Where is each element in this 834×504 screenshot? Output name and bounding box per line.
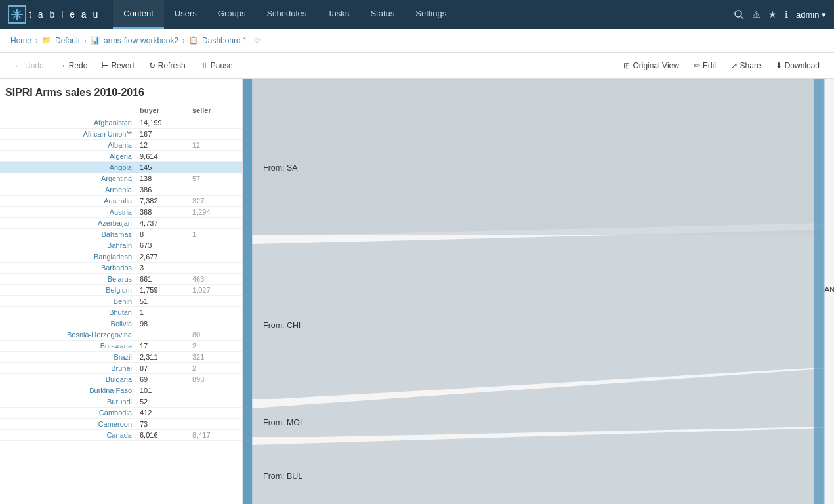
breadcrumb-star-icon[interactable]: ☆ <box>254 36 261 45</box>
revert-button[interactable]: ⊢ Revert <box>95 58 140 73</box>
nav-status[interactable]: Status <box>360 0 405 29</box>
original-view-button[interactable]: ⊞ Original View <box>617 58 685 73</box>
cell-buyer: 17 <box>137 342 190 350</box>
table-row[interactable]: Armenia386 <box>0 184 242 196</box>
cell-buyer: 1,759 <box>137 286 190 294</box>
nav-settings[interactable]: Settings <box>405 0 457 29</box>
table-row[interactable]: Canada6,0168,417 <box>0 430 242 441</box>
table-row[interactable]: Barbados3 <box>0 262 242 274</box>
nav-users[interactable]: Users <box>164 0 207 29</box>
cell-seller: 1,294 <box>190 208 242 216</box>
cell-seller <box>190 253 242 261</box>
share-label: Share <box>740 61 761 70</box>
cell-country: Cambodia <box>0 409 137 417</box>
table-row[interactable]: Albania1212 <box>0 140 242 151</box>
table-header: buyer seller <box>0 104 242 117</box>
cell-seller <box>190 387 242 394</box>
pause-icon: ⏸ <box>200 61 208 70</box>
breadcrumb-home[interactable]: Home <box>10 36 31 45</box>
download-button[interactable]: ⬇ Download <box>769 58 826 73</box>
nav-schedules[interactable]: Schedules <box>256 0 317 29</box>
cell-seller <box>190 130 242 138</box>
cell-country: Belarus <box>0 275 137 283</box>
cell-seller <box>190 264 242 272</box>
cell-country: Bulgaria <box>0 375 137 383</box>
share-button[interactable]: ↗ Share <box>724 58 768 73</box>
table-row[interactable]: Burundi52 <box>0 396 242 408</box>
cell-country: Belgium <box>0 286 137 294</box>
edit-icon: ✏ <box>694 61 700 70</box>
nav-tasks[interactable]: Tasks <box>317 0 360 29</box>
redo-label: Redo <box>69 61 88 70</box>
logo-icon <box>8 5 26 24</box>
cell-buyer: 8 <box>137 230 190 238</box>
cell-seller <box>190 320 242 327</box>
table-row[interactable]: Bolivia98 <box>0 318 242 329</box>
table-row[interactable]: Bhutan1 <box>0 307 242 318</box>
undo-icon: ← <box>14 61 22 70</box>
cell-buyer: 7,382 <box>137 197 190 205</box>
table-row[interactable]: African Union**167 <box>0 129 242 140</box>
cell-buyer: 2,677 <box>137 253 190 261</box>
table-row[interactable]: Benin51 <box>0 296 242 307</box>
table-row[interactable]: Bahrain673 <box>0 240 242 251</box>
toolbar: ← Undo → Redo ⊢ Revert ↻ Refresh ⏸ Pause… <box>0 52 834 79</box>
table-row[interactable]: Belarus661463 <box>0 274 242 285</box>
breadcrumb: Home › 📁 Default › 📊 arms-flow-workbook2… <box>0 29 834 52</box>
refresh-icon: ↻ <box>149 61 156 70</box>
breadcrumb-workbook[interactable]: arms-flow-workbook2 <box>104 36 178 45</box>
cell-country: Bosnia-Herzegovina <box>0 331 137 339</box>
table-row[interactable]: Austria3681,294 <box>0 207 242 218</box>
alert-icon[interactable]: ⚠ <box>752 9 761 20</box>
refresh-button[interactable]: ↻ Refresh <box>142 58 192 73</box>
breadcrumb-default[interactable]: Default <box>55 36 80 45</box>
edit-button[interactable]: ✏ Edit <box>687 58 723 73</box>
table-row[interactable]: Cameroon73 <box>0 419 242 430</box>
info-icon[interactable]: ℹ <box>785 9 788 20</box>
refresh-label: Refresh <box>158 61 186 70</box>
table-row[interactable]: Algeria9,614 <box>0 151 242 162</box>
favorite-icon[interactable]: ★ <box>768 9 777 20</box>
table-row[interactable]: Angola145 <box>0 162 242 173</box>
cell-country: Bolivia <box>0 320 137 327</box>
svg-rect-17 <box>814 79 825 504</box>
table-row[interactable]: Bahamas81 <box>0 229 242 240</box>
table-row[interactable]: Bosnia-Herzegovina80 <box>0 329 242 341</box>
original-view-label: Original View <box>633 61 678 70</box>
search-button[interactable] <box>731 7 747 22</box>
nav-groups[interactable]: Groups <box>207 0 257 29</box>
undo-button[interactable]: ← Undo <box>8 58 51 73</box>
table-row[interactable]: Belgium1,7591,027 <box>0 285 242 296</box>
pause-button[interactable]: ⏸ Pause <box>194 58 240 73</box>
nav-content[interactable]: Content <box>113 0 164 29</box>
table-row[interactable]: Burkina Faso101 <box>0 385 242 396</box>
cell-buyer: 386 <box>137 186 190 194</box>
table-row[interactable]: Brunei872 <box>0 363 242 374</box>
cell-country: Brazil <box>0 353 137 361</box>
cell-seller: 1 <box>190 230 242 238</box>
breadcrumb-dashboard[interactable]: Dashboard 1 <box>202 36 247 45</box>
table-row[interactable]: Australia7,382327 <box>0 196 242 207</box>
table-row[interactable]: Brazil2,311321 <box>0 352 242 363</box>
cell-seller: 57 <box>190 175 242 182</box>
table-row[interactable]: Argentina13857 <box>0 173 242 184</box>
redo-button[interactable]: → Redo <box>52 58 94 73</box>
cell-seller: 8,417 <box>190 431 242 439</box>
table-row[interactable]: Cambodia412 <box>0 408 242 419</box>
download-icon: ⬇ <box>776 61 782 70</box>
table-row[interactable]: Azerbaijan4,737 <box>0 218 242 229</box>
download-label: Download <box>785 61 820 70</box>
cell-country: Cameroon <box>0 420 137 428</box>
table-row[interactable]: Bangladesh2,677 <box>0 251 242 262</box>
cell-buyer: 2,311 <box>137 353 190 361</box>
cell-buyer: 9,614 <box>137 152 190 160</box>
cell-seller <box>190 409 242 417</box>
table-row[interactable]: Botswana172 <box>0 341 242 352</box>
cell-buyer: 6,016 <box>137 431 190 439</box>
admin-menu[interactable]: admin ▾ <box>796 10 826 20</box>
table-row[interactable]: Bulgaria69898 <box>0 374 242 385</box>
table-row[interactable]: Afghanistan14,199 <box>0 117 242 129</box>
cell-buyer <box>137 331 190 339</box>
cell-country: Armenia <box>0 186 137 194</box>
cell-seller <box>190 420 242 428</box>
